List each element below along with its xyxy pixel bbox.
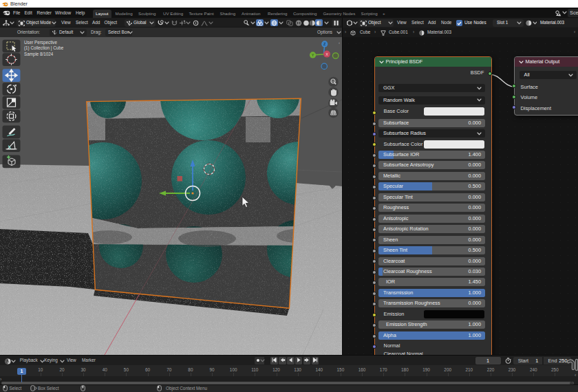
svg-text:(1) Collection | Cube: (1) Collection | Cube: [24, 45, 64, 51]
svg-text:Y: Y: [312, 53, 314, 57]
svg-text:Sample 8/1024: Sample 8/1024: [24, 52, 54, 57]
svg-text:X: X: [325, 52, 328, 56]
svg-text:User Perspective: User Perspective: [24, 40, 57, 45]
svg-text:‹: ‹: [339, 41, 340, 45]
